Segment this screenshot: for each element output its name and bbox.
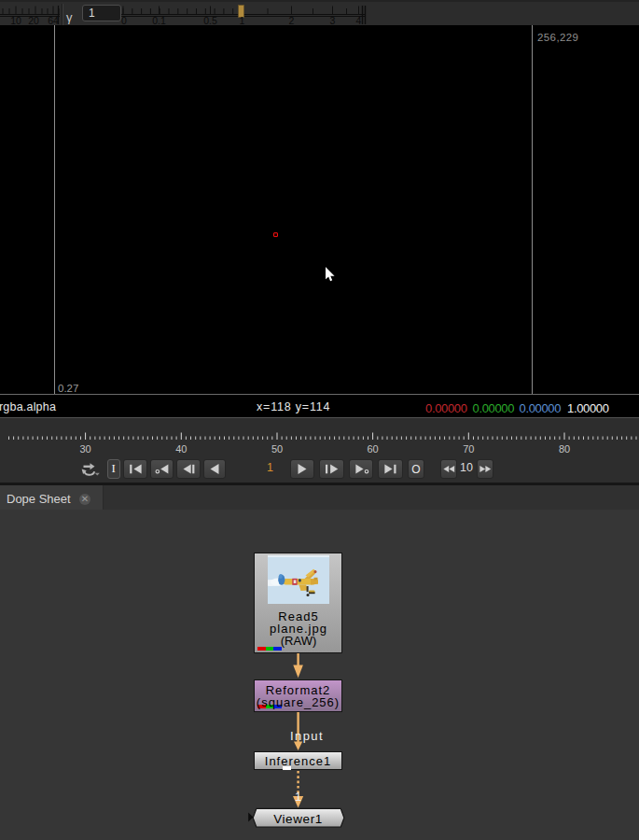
svg-text:O: O: [411, 462, 420, 475]
svg-text:80: 80: [559, 443, 570, 455]
svg-text:30: 30: [79, 443, 90, 455]
svg-text:40: 40: [175, 443, 187, 455]
svg-text:60: 60: [367, 443, 378, 455]
svg-text:50: 50: [271, 443, 283, 455]
svg-text:70: 70: [463, 443, 474, 455]
